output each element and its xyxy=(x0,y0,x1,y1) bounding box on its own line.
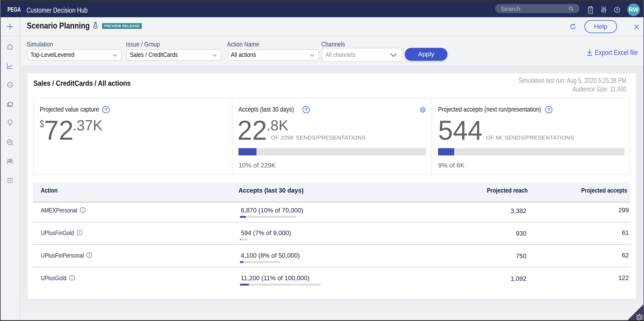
svg-text:?: ? xyxy=(548,107,550,112)
svg-text:1:1: 1:1 xyxy=(8,84,12,86)
svg-text:?: ? xyxy=(104,107,107,112)
svg-text:?: ? xyxy=(616,8,618,12)
svg-text:?: ? xyxy=(305,107,308,112)
